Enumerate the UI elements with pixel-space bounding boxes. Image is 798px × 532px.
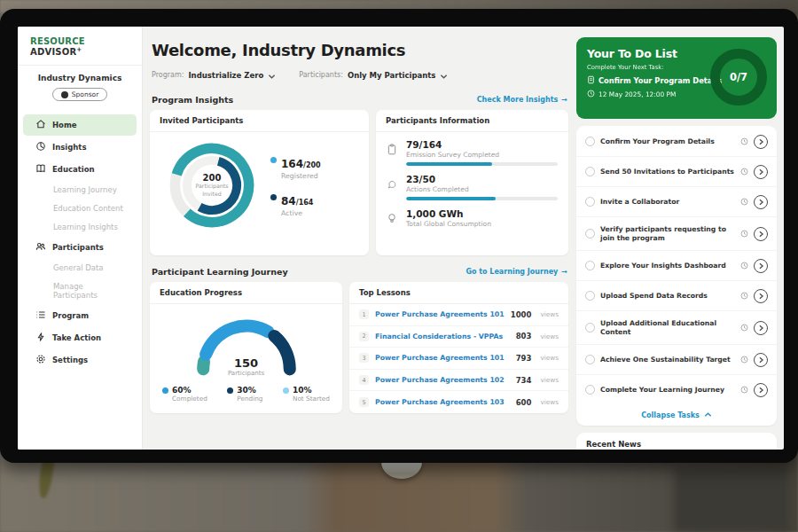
arrow-right-icon: →: [561, 268, 567, 276]
task-row-7: Upload Additional Educational Content: [576, 311, 777, 345]
task-row-9: Complete Your Learning Journey: [576, 375, 777, 404]
program-filter[interactable]: Program: Industrialize Zero: [152, 66, 276, 83]
task-checkbox[interactable]: [585, 261, 595, 270]
task-open-button[interactable]: [754, 289, 768, 303]
todo-column: Your To Do List Complete Your Next Task:…: [576, 27, 784, 450]
sidebar-item-settings[interactable]: Settings: [23, 349, 137, 371]
sidebar-item-learning-insights[interactable]: Learning Insights: [23, 218, 137, 236]
task-checkbox[interactable]: [585, 197, 595, 207]
card-title: Education Progress: [150, 282, 342, 304]
lesson-link[interactable]: Power Purchase Agreements 101: [375, 310, 505, 318]
sponsor-badge: Sponsor: [52, 88, 107, 101]
todo-header-card: Your To Do List Complete Your Next Task:…: [576, 37, 777, 119]
task-checkbox[interactable]: [585, 323, 595, 332]
legend-label: Completed: [172, 395, 207, 403]
task-open-button[interactable]: [754, 165, 768, 179]
lesson-link[interactable]: Power Purchase Agreements 103: [375, 398, 510, 406]
task-row-2: Send 50 Invitations to Participants: [576, 157, 777, 187]
registered-total: /200: [303, 161, 321, 169]
task-checkbox[interactable]: [585, 291, 595, 301]
participants-information-card: Participants Information 79/164 Emission…: [376, 110, 568, 255]
lesson-row: 1 Power Purchase Agreements 101 1000 vie…: [349, 304, 568, 326]
task-open-button[interactable]: [754, 383, 768, 397]
participants-filter-value: Only My Participants: [348, 71, 436, 80]
stat-label: Emission Survey Completed: [406, 151, 558, 159]
lesson-link[interactable]: Financial Considerations - VPPAs: [375, 332, 510, 340]
task-label[interactable]: Upload Spend Data Records: [600, 292, 735, 301]
filter-bar: Program: Industrialize Zero Participants…: [152, 66, 569, 83]
sidebar-item-participants[interactable]: Participants: [23, 237, 137, 258]
sidebar-item-education-content[interactable]: Education Content: [23, 200, 137, 217]
legend-active: 84/164 Active: [270, 192, 321, 217]
task-open-button[interactable]: [754, 353, 768, 367]
task-label[interactable]: Complete Your Learning Journey: [600, 386, 735, 395]
stat-label: Total Global Consumption: [406, 220, 558, 228]
registered-dot: [270, 157, 277, 163]
logo-resource: RESOURCE: [30, 36, 85, 46]
sidebar-item-label: Home: [52, 121, 77, 129]
lesson-link[interactable]: Power Purchase Agreements 102: [375, 376, 510, 384]
participants-filter[interactable]: Participants: Only My Participants: [299, 66, 448, 83]
collapse-text: Collapse Tasks: [641, 411, 700, 419]
sidebar-item-insights[interactable]: Insights: [23, 137, 137, 158]
task-row-1: Confirm Your Program Details: [576, 127, 777, 157]
sidebar-item-take-action[interactable]: Take Action: [23, 327, 137, 348]
insights-icon: [35, 141, 46, 153]
task-open-button[interactable]: [754, 227, 768, 241]
views-suffix: views: [540, 354, 559, 362]
task-open-button[interactable]: [754, 135, 768, 149]
task-checkbox[interactable]: [585, 229, 595, 239]
logo-advisor: ADVISOR: [30, 47, 76, 57]
sponsor-icon: [61, 91, 68, 98]
task-label[interactable]: Upload Additional Educational Content: [600, 319, 735, 337]
sidebar-item-label: Take Action: [52, 333, 101, 342]
list-icon: [35, 309, 46, 322]
gauge-center-value: 150: [176, 356, 317, 370]
go-to-learning-journey-link[interactable]: Go to Learning Journey →: [466, 268, 567, 276]
sidebar-item-home[interactable]: Home: [23, 114, 137, 136]
invited-participants-card: Invited Participants 200: [150, 110, 369, 255]
sidebar-item-general-data[interactable]: General Data: [23, 259, 137, 277]
sidebar-item-label: Insights: [52, 143, 86, 152]
legend-pending: 30% Pending: [227, 386, 262, 403]
donut-legend: 164/200 Registered 84/164 Active: [270, 154, 321, 217]
donut-center-value: 200: [203, 173, 222, 183]
link-text: Go to Learning Journey: [466, 268, 558, 276]
card-title: Invited Participants: [150, 110, 369, 132]
task-label[interactable]: Send 50 Invitations to Participants: [600, 168, 735, 176]
clipboard-icon: [387, 139, 399, 166]
sidebar-item-manage-participants[interactable]: Manage Participants: [23, 278, 137, 304]
task-open-button[interactable]: [754, 321, 768, 335]
collapse-tasks-link[interactable]: Collapse Tasks: [576, 404, 777, 426]
task-label[interactable]: Achieve One Sustainability Target: [600, 356, 735, 364]
legend-pct: 60%: [172, 386, 207, 395]
stat-value: 23/50: [406, 174, 558, 184]
learning-journey-title: Participant Learning Journey: [152, 267, 288, 277]
todo-next-task: Confirm Your Program Details: [598, 76, 722, 85]
sidebar-item-label: Participants: [52, 243, 104, 252]
lesson-link[interactable]: Power Purchase Agreements 101: [375, 354, 510, 362]
sidebar-item-learning-journey[interactable]: Learning Journey: [23, 181, 137, 199]
consumption-stat: 1,000 GWh Total Global Consumption: [387, 208, 558, 231]
registered-value: 164: [281, 158, 303, 170]
task-label[interactable]: Verify participants requesting to join t…: [600, 225, 735, 243]
task-label[interactable]: Explore Your Insights Dashboard: [600, 262, 735, 270]
task-label[interactable]: Confirm Your Program Details: [600, 137, 735, 146]
task-checkbox[interactable]: [585, 355, 595, 364]
lesson-views: 734: [516, 376, 532, 385]
task-checkbox[interactable]: [585, 137, 595, 146]
stat-value: 79/164: [406, 139, 558, 150]
monitor-bezel: RESOURCE ADVISOR+ Industry Dynamics Spon…: [0, 9, 798, 463]
task-checkbox[interactable]: [585, 167, 595, 176]
task-open-button[interactable]: [754, 259, 768, 273]
sidebar-item-label: Program: [52, 311, 89, 320]
clock-icon: [740, 168, 748, 176]
task-open-button[interactable]: [754, 195, 768, 209]
sidebar-item-program[interactable]: Program: [23, 305, 137, 326]
sponsor-label: Sponsor: [72, 90, 98, 98]
check-more-insights-link[interactable]: Check More Insights →: [477, 96, 567, 104]
sidebar-item-education[interactable]: Education: [23, 159, 137, 180]
task-checkbox[interactable]: [585, 385, 595, 395]
task-label[interactable]: Invite a Collaborator: [600, 198, 735, 207]
task-doc-icon: [587, 75, 595, 86]
